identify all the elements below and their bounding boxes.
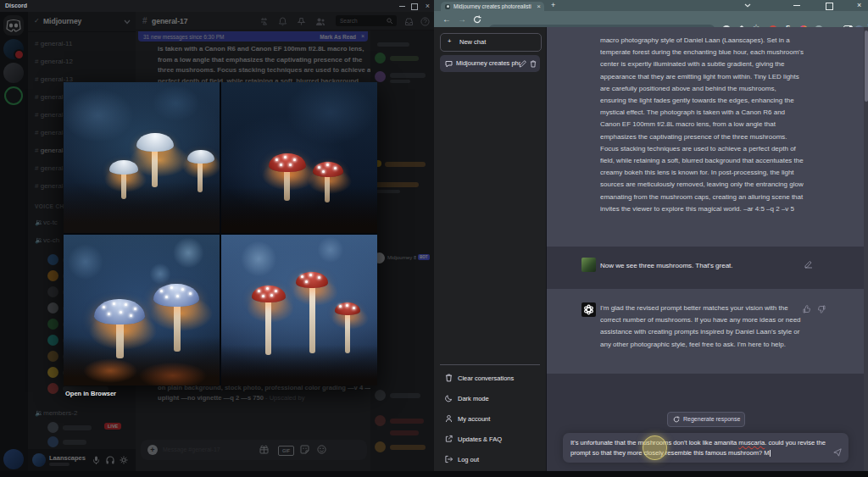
cursor-click-indicator [643,435,667,460]
delete-trash-icon[interactable] [530,60,537,68]
assistant-message-row-2: I'm glad the revised prompt better match… [547,289,868,374]
menu-item-log-out[interactable]: Log out [445,451,543,468]
discord-minimize-button[interactable] [399,6,405,7]
assistant-message-row-1: macro photography style of Daniel Laan (… [547,27,868,247]
prompt-input[interactable]: It's unfortunate that the mushrooms don'… [563,433,849,463]
reload-icon[interactable] [473,15,481,24]
tab-favicon [445,4,450,9]
tab-search-chevron-icon[interactable] [744,3,751,8]
assistant-message-text: macro photography style of Daniel Laan (… [600,35,804,241]
assistant-message-text-2: I'm glad the revised prompt better match… [600,302,802,369]
image-quadrant-1 [64,82,220,233]
discord-window: Discord × ✓ Midjourney # gen [0,0,434,471]
chat-bubble-icon [445,60,453,68]
tab-close-icon[interactable]: × [537,3,541,10]
user-message-row: Now we see three mushrooms. That's great… [547,247,868,289]
chatgpt-sidebar: + New chat Midjourney creates pho Clear … [434,27,547,471]
midjourney-image-grid[interactable] [64,82,377,385]
discord-maximize-button[interactable] [411,3,418,10]
tab-title: Midjourney creates photorealisti [453,3,533,9]
prompt-input-text: It's unfortunate that the mushrooms don'… [570,438,833,458]
chatgpt-avatar [581,302,596,317]
edit-pencil-icon[interactable] [519,60,526,68]
thumbs-down-icon[interactable] [817,305,826,313]
send-icon[interactable] [833,448,842,457]
conversation-item[interactable]: Midjourney creates pho [440,55,540,72]
misspelled-word: muscaria [738,439,765,446]
person-icon [445,414,453,423]
new-chat-label: New chat [459,38,486,46]
logout-icon [445,455,453,463]
browser-tab-strip: Midjourney creates photorealisti × + × [434,0,868,11]
menu-item-clear-conversations[interactable]: Clear conversations [445,369,543,386]
browser-tab[interactable]: Midjourney creates photorealisti × [441,2,544,11]
browser-close-button[interactable]: × [857,1,861,9]
discord-app-title: Discord [5,3,27,8]
image-quadrant-2 [221,82,377,233]
menu-label: Clear conversations [458,374,514,382]
menu-item-my-account[interactable]: My account [445,410,543,427]
plus-icon: + [448,37,451,45]
browser-maximize-button[interactable] [826,3,833,10]
image-quadrant-4 [221,235,377,385]
menu-label: Dark mode [458,395,489,402]
regenerate-response-button[interactable]: Regenerate response [667,412,745,427]
user-avatar [581,258,596,272]
menu-label: Log out [458,456,479,463]
edit-message-icon[interactable] [804,260,813,269]
discord-close-button[interactable]: × [426,2,430,10]
sidebar-divider [440,364,540,365]
menu-item-updates-faq[interactable]: Updates & FAQ [445,430,543,447]
scrollbar-track[interactable] [864,27,868,471]
regenerate-icon [673,416,680,423]
browser-minimize-button[interactable] [793,5,800,6]
browser-window: Midjourney creates photorealisti × + × ←… [434,0,868,471]
menu-item-dark-mode[interactable]: Dark mode [445,390,543,407]
screen: Discord × ✓ Midjourney # gen [0,0,868,477]
forward-icon[interactable]: → [458,14,466,24]
user-message-text: Now we see three mushrooms. That's great… [600,260,804,272]
back-icon[interactable]: ← [442,14,451,24]
moon-icon [445,394,453,402]
menu-label: Updates & FAQ [458,435,502,443]
new-chat-button[interactable]: + New chat [440,33,542,52]
screen-bottom-strip [0,471,868,477]
conversation-title: Midjourney creates pho [456,59,520,67]
scrollbar-thumb[interactable] [865,31,868,102]
regenerate-label: Regenerate response [683,416,740,422]
browser-toolbar: ← → chat.openai.com /chat?model=gpt-4 ☆ … [434,11,868,27]
discord-titlebar: Discord × [0,0,434,12]
text-caret [770,450,771,457]
menu-label: My account [458,415,490,423]
external-link-icon [445,435,453,443]
openai-logo-icon [581,302,596,317]
image-quadrant-3 [64,235,220,385]
trash-icon [445,374,453,382]
open-in-browser-link[interactable]: Open in Browser [65,390,116,397]
chatgpt-main: macro photography style of Daniel Laan (… [547,27,868,471]
new-tab-button[interactable]: + [551,1,555,9]
thumbs-up-icon[interactable] [803,305,811,313]
